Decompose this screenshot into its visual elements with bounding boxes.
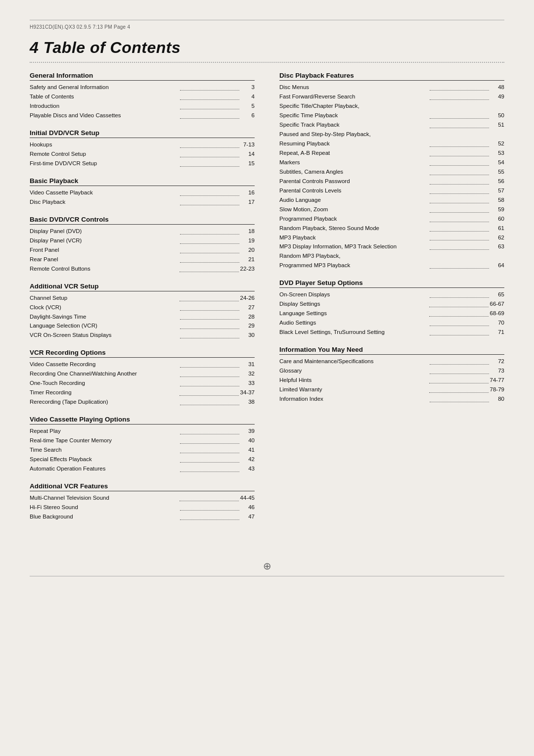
section-title-dvd-player-setup-options: DVD Player Setup Options xyxy=(279,279,504,288)
entry-dots xyxy=(430,205,489,213)
toc-entry: Helpful Hints74-77 xyxy=(279,376,504,385)
entry-label: Audio Language xyxy=(279,195,428,205)
entry-label: Remote Control Buttons xyxy=(30,264,178,274)
entry-label: Parental Controls Levels xyxy=(279,186,428,195)
entry-dots xyxy=(180,436,239,444)
toc-entry: Slow Motion, Zoom59 xyxy=(279,205,504,214)
entry-dots xyxy=(430,186,489,194)
entry-dots xyxy=(180,149,239,157)
section-title-initial-dvd-vcr-setup: Initial DVD/VCR Setup xyxy=(30,129,255,138)
entry-label: Channel Setup xyxy=(30,293,178,303)
section-title-general-information: General Information xyxy=(30,72,255,81)
entry-dots xyxy=(180,101,239,109)
toc-entry: Specific Title/Chapter Playback, xyxy=(279,101,504,111)
entry-page: 28 xyxy=(241,312,255,322)
entry-dots xyxy=(180,197,239,205)
entry-dots xyxy=(180,464,239,472)
toc-entry: Real-time Tape Counter Memory40 xyxy=(30,436,255,445)
entry-page: 40 xyxy=(241,436,255,445)
entry-page: 43 xyxy=(241,464,255,473)
entry-dots xyxy=(430,290,489,298)
toc-entry: Repeat, A-B Repeat53 xyxy=(279,148,504,158)
toc-entry: Fast Forward/Reverse Search49 xyxy=(279,92,504,101)
section-title-additional-vcr-features: Additional VCR Features xyxy=(30,482,255,491)
entry-dots xyxy=(430,195,489,203)
entry-page: 32 xyxy=(241,369,255,378)
entry-label: Programmed MP3 Playback xyxy=(279,261,428,270)
entry-dots xyxy=(180,369,239,377)
entry-label: Random Playback, Stereo Sound Mode xyxy=(279,224,428,233)
toc-entry: MP3 Playback62 xyxy=(279,233,504,242)
toc-entry: Recording One Channel/Watching Another32 xyxy=(30,369,255,378)
entry-dots xyxy=(180,111,239,119)
toc-entry: Markers54 xyxy=(279,158,504,167)
entry-dots xyxy=(430,233,489,241)
toc-entry: One-Touch Recording33 xyxy=(30,378,255,388)
entry-label: Markers xyxy=(279,158,428,167)
toc-entry: Limited Warranty78-79 xyxy=(279,385,504,394)
entry-label: Specific Time Playback xyxy=(279,111,428,120)
entry-dots xyxy=(430,318,489,326)
entry-dots xyxy=(430,139,489,147)
entry-label: Remote Control Setup xyxy=(30,149,178,159)
entry-dots xyxy=(180,445,239,453)
entry-page: 65 xyxy=(490,290,504,299)
toc-entry: Hookups7-13 xyxy=(30,140,255,149)
toc-entry: Remote Control Setup14 xyxy=(30,149,255,159)
entry-dots xyxy=(180,503,239,511)
entry-label: Daylight-Savings Time xyxy=(30,312,178,322)
entry-label: Special Effects Playback xyxy=(30,455,178,464)
entry-page: 46 xyxy=(241,503,255,512)
crosshair-bottom: ⊕ xyxy=(30,560,504,572)
entry-dots xyxy=(429,376,489,383)
entry-label: On-Screen Displays xyxy=(279,290,428,299)
entry-label: Language Selection (VCR) xyxy=(30,321,178,331)
toc-entry: VCR On-Screen Status Displays30 xyxy=(30,331,255,340)
entry-label: Video Cassette Playback xyxy=(30,188,178,197)
toc-entry: Rear Panel21 xyxy=(30,255,255,264)
entry-label: Recording One Channel/Watching Another xyxy=(30,369,178,378)
entry-page: 21 xyxy=(241,255,255,264)
entry-label: Disc Playback xyxy=(30,197,178,207)
toc-entry: Clock (VCR)27 xyxy=(30,303,255,312)
page-title: 4 Table of Contents xyxy=(30,39,504,57)
entry-page: 58 xyxy=(490,195,504,205)
entry-dots xyxy=(179,264,239,272)
entry-page: 60 xyxy=(490,214,504,224)
entry-page: 73 xyxy=(490,366,504,376)
entry-dots xyxy=(430,242,489,250)
entry-dots xyxy=(180,303,239,311)
toc-entry: Specific Track Playback51 xyxy=(279,120,504,130)
top-divider xyxy=(30,62,504,63)
section-title-additional-vcr-setup: Additional VCR Setup xyxy=(30,283,255,291)
toc-entry: Hi-Fi Stereo Sound46 xyxy=(30,503,255,512)
entry-label: Specific Track Playback xyxy=(279,120,428,130)
header-meta: H9231CD(EN).QX3 02.9.5 7:13 PM Page 4 xyxy=(30,24,504,30)
entry-dots xyxy=(180,227,239,235)
toc-entry: Video Cassette Playback16 xyxy=(30,188,255,197)
entry-page: 70 xyxy=(490,318,504,328)
entry-dots xyxy=(430,148,489,156)
toc-entry: Specific Time Playback50 xyxy=(279,111,504,120)
entry-dots xyxy=(180,378,239,386)
toc-entry: Repeat Play39 xyxy=(30,426,255,436)
entry-label: One-Touch Recording xyxy=(30,378,178,388)
entry-label: Introduction xyxy=(30,101,178,111)
toc-entry: Care and Maintenance/Specifications72 xyxy=(279,357,504,366)
entry-dots xyxy=(180,236,239,244)
toc-section-initial-dvd-vcr-setup: Initial DVD/VCR SetupHookups7-13Remote C… xyxy=(30,129,255,168)
entry-label: Timer Recording xyxy=(30,388,178,397)
entry-label: Video Cassette Recording xyxy=(30,360,178,369)
entry-page: 29 xyxy=(241,321,255,331)
toc-entry: Time Search41 xyxy=(30,445,255,455)
entry-label: Front Panel xyxy=(30,245,178,255)
toc-section-information-you-may-need: Information You May NeedCare and Mainten… xyxy=(279,346,504,404)
entry-label: Limited Warranty xyxy=(279,385,428,394)
toc-entry: Rerecording (Tape Duplication)38 xyxy=(30,397,255,407)
entry-page: 42 xyxy=(241,455,255,464)
entry-label: Display Panel (VCR) xyxy=(30,236,178,245)
section-title-vcr-recording-options: VCR Recording Options xyxy=(30,349,255,358)
entry-page: 74-77 xyxy=(490,376,504,385)
entry-dots xyxy=(180,331,239,338)
entry-page: 17 xyxy=(241,197,255,207)
